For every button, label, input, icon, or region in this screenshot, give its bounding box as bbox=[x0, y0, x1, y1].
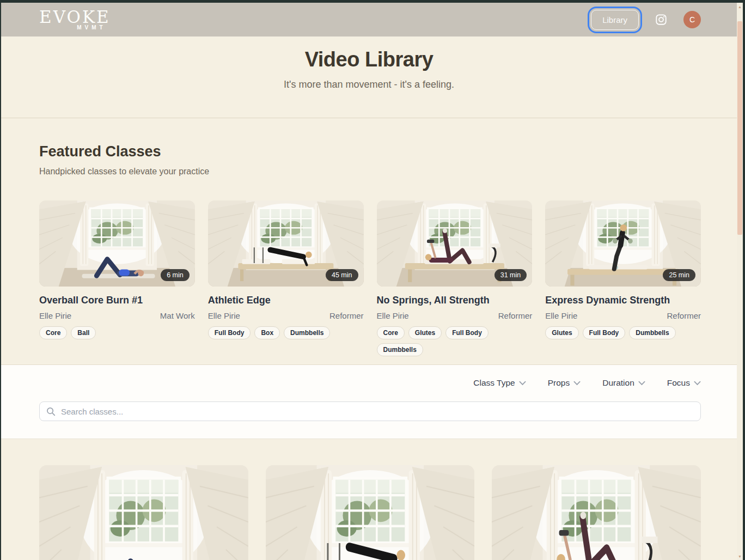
video-thumbnail[interactable]: 6 min bbox=[39, 200, 195, 287]
tag-pill: Dumbbells bbox=[377, 343, 423, 356]
tag-list: Glutes Full Body Dumbbells bbox=[545, 326, 701, 339]
logo-wordmark: EVOKE bbox=[39, 9, 111, 26]
video-thumbnail[interactable] bbox=[39, 465, 248, 560]
filter-label: Props bbox=[548, 378, 570, 388]
chevron-down-icon bbox=[638, 381, 645, 386]
class-title: Athletic Edge bbox=[208, 295, 364, 306]
video-thumbnail[interactable] bbox=[266, 465, 475, 560]
chevron-down-icon bbox=[519, 381, 526, 386]
class-meta: Elle Pirie Reformer bbox=[545, 311, 701, 320]
tag-list: Full Body Box Dumbbells bbox=[208, 326, 364, 339]
video-thumbnail[interactable]: 25 min bbox=[545, 200, 701, 287]
instagram-icon[interactable] bbox=[655, 14, 667, 26]
duration-badge: 6 min bbox=[161, 269, 190, 281]
class-card[interactable]: 25 min Express Dynamic Strength Elle Pir… bbox=[545, 200, 701, 356]
instructor-name: Elle Pirie bbox=[545, 311, 577, 320]
tag-pill: Full Body bbox=[445, 326, 488, 339]
equipment-type: Mat Work bbox=[160, 311, 195, 320]
top-navigation-bar: EVOKE MVMT Library C bbox=[1, 3, 737, 36]
class-library-section bbox=[1, 439, 737, 560]
filter-row: Class Type Props Duration Focus bbox=[39, 378, 701, 388]
scrollbar[interactable]: ▲ ▼ bbox=[737, 3, 743, 560]
tag-list: Core Glutes Full Body Dumbbells bbox=[377, 326, 533, 356]
class-title: No Springs, All Strength bbox=[377, 295, 533, 306]
class-meta: Elle Pirie Reformer bbox=[377, 311, 533, 320]
duration-badge: 31 min bbox=[494, 269, 527, 281]
filter-label: Duration bbox=[602, 378, 634, 388]
tag-pill: Glutes bbox=[408, 326, 442, 339]
class-card[interactable]: 6 min Overball Core Burn #1 Elle Pirie M… bbox=[39, 200, 195, 356]
tag-pill: Dumbbells bbox=[284, 326, 330, 339]
filter-label: Class Type bbox=[473, 378, 515, 388]
filter-class-type[interactable]: Class Type bbox=[473, 378, 526, 388]
tag-pill: Full Body bbox=[208, 326, 251, 339]
class-title: Express Dynamic Strength bbox=[545, 295, 701, 306]
video-thumbnail[interactable]: 31 min bbox=[377, 200, 533, 287]
tag-pill: Dumbbells bbox=[629, 326, 675, 339]
chevron-down-icon bbox=[573, 381, 581, 386]
class-title: Overball Core Burn #1 bbox=[39, 295, 195, 306]
instructor-name: Elle Pirie bbox=[377, 311, 409, 320]
filter-duration[interactable]: Duration bbox=[602, 378, 645, 388]
featured-heading: Featured Classes bbox=[39, 143, 701, 160]
equipment-type: Reformer bbox=[329, 311, 364, 320]
library-button[interactable]: Library bbox=[591, 10, 639, 30]
filter-focus[interactable]: Focus bbox=[667, 378, 701, 388]
tag-list: Core Ball bbox=[39, 326, 195, 339]
evoke-logo[interactable]: EVOKE MVMT bbox=[39, 9, 111, 31]
tag-pill: Box bbox=[254, 326, 280, 339]
tag-pill: Core bbox=[39, 326, 67, 339]
instructor-name: Elle Pirie bbox=[208, 311, 240, 320]
filter-label: Focus bbox=[667, 378, 690, 388]
duration-badge: 25 min bbox=[663, 269, 695, 281]
video-thumbnail[interactable]: 45 min bbox=[208, 200, 364, 287]
equipment-type: Reformer bbox=[667, 311, 701, 320]
header-actions: Library C bbox=[591, 10, 701, 30]
chevron-down-icon bbox=[694, 381, 701, 386]
scrollbar-thumb[interactable] bbox=[737, 21, 742, 235]
class-card[interactable]: 31 min No Springs, All Strength Elle Pir… bbox=[377, 200, 533, 356]
tag-pill: Glutes bbox=[545, 326, 578, 339]
search-bar bbox=[39, 401, 701, 421]
hero-section: Video Library It's more than movement - … bbox=[1, 36, 737, 118]
class-meta: Elle Pirie Reformer bbox=[208, 311, 364, 320]
video-thumbnail[interactable] bbox=[492, 465, 701, 560]
featured-card-grid: 6 min Overball Core Burn #1 Elle Pirie M… bbox=[39, 200, 701, 356]
equipment-type: Reformer bbox=[498, 311, 533, 320]
user-avatar[interactable]: C bbox=[683, 11, 701, 28]
duration-badge: 45 min bbox=[326, 269, 358, 281]
tag-pill: Core bbox=[377, 326, 405, 339]
search-icon bbox=[46, 407, 56, 416]
class-library-grid bbox=[39, 465, 701, 560]
page-subtitle: It's more than movement - it's a feeling… bbox=[1, 79, 737, 90]
featured-classes-section: Featured Classes Handpicked classes to e… bbox=[1, 118, 737, 365]
class-card[interactable]: 45 min Athletic Edge Elle Pirie Reformer… bbox=[208, 200, 364, 356]
class-meta: Elle Pirie Mat Work bbox=[39, 311, 195, 320]
tag-pill: Ball bbox=[71, 326, 96, 339]
page-title: Video Library bbox=[1, 47, 737, 72]
featured-subheading: Handpicked classes to elevate your pract… bbox=[39, 167, 701, 176]
scroll-up-arrow-icon[interactable]: ▲ bbox=[737, 4, 743, 9]
app-window: EVOKE MVMT Library C Video Library It's … bbox=[1, 3, 737, 560]
instructor-name: Elle Pirie bbox=[39, 311, 71, 320]
tag-pill: Full Body bbox=[583, 326, 626, 339]
search-input[interactable] bbox=[61, 407, 694, 416]
scroll-down-arrow-icon[interactable]: ▼ bbox=[737, 553, 743, 559]
filter-section: Class Type Props Duration Focus bbox=[1, 365, 737, 439]
filter-props[interactable]: Props bbox=[548, 378, 581, 388]
